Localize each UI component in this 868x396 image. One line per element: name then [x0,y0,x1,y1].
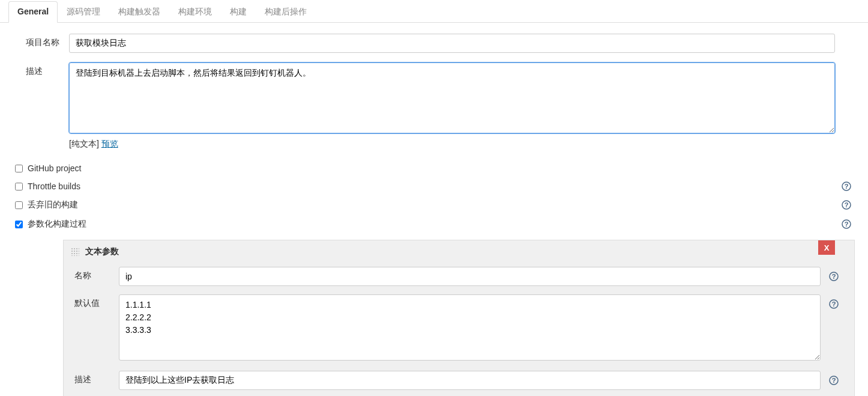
param-desc-input[interactable] [119,371,821,390]
plain-text-label: [纯文本] [69,139,99,148]
throttle-builds-label[interactable]: Throttle builds [28,181,80,191]
throttle-builds-checkbox[interactable] [15,183,23,190]
throttle-builds-row: Throttle builds ? [0,177,868,195]
param-name-row: 名称 ? [74,267,843,286]
project-name-row: 项目名称 [15,34,853,53]
github-project-checkbox[interactable] [15,165,23,172]
project-name-input[interactable] [69,34,835,53]
github-project-label[interactable]: GitHub project [28,163,81,173]
svg-text:?: ? [832,377,836,384]
tab-scm[interactable]: 源码管理 [58,1,109,23]
preview-link[interactable]: 预览 [101,139,118,148]
delete-param-button[interactable]: X [818,240,835,255]
help-icon[interactable]: ? [829,299,839,309]
project-name-label: 项目名称 [15,34,69,48]
discard-old-label[interactable]: 丢弃旧的构建 [28,200,78,210]
tab-env[interactable]: 构建环境 [169,1,221,23]
general-section: 项目名称 描述 登陆到目标机器上去启动脚本，然后将结果返回到钉钉机器人。 [纯文… [0,34,868,150]
discard-old-row: 丢弃旧的构建 ? [0,195,868,215]
param-desc-row: 描述 ? [74,371,843,390]
svg-text:?: ? [845,183,849,190]
svg-text:?: ? [832,273,836,280]
param-title: 文本参数 [85,246,119,257]
tab-build[interactable]: 构建 [221,1,256,23]
github-project-row: GitHub project [0,159,868,177]
param-desc-label: 描述 [74,371,119,385]
tab-triggers[interactable]: 构建触发器 [109,1,169,23]
discard-old-checkbox[interactable] [15,201,23,209]
param-name-input[interactable] [119,267,821,286]
svg-text:?: ? [832,300,836,308]
param-header: 文本参数 [64,240,854,263]
param-default-label: 默认值 [74,294,119,309]
help-icon[interactable]: ? [829,376,839,385]
description-textarea[interactable]: 登陆到目标机器上去启动脚本，然后将结果返回到钉钉机器人。 [69,62,835,133]
tab-general[interactable]: General [8,1,58,23]
param-default-row: 默认值 1.1.1.1 2.2.2.2 3.3.3.3 ? [74,294,843,362]
svg-text:?: ? [845,221,849,228]
description-label: 描述 [15,62,69,77]
help-icon[interactable]: ? [829,272,839,281]
param-name-label: 名称 [74,267,119,281]
svg-text:?: ? [845,201,849,209]
tab-postbuild[interactable]: 构建后操作 [256,1,316,23]
text-param-block: X 文本参数 名称 ? 默认值 1.1.1.1 2.2.2.2 3.3.3.3 … [63,240,855,396]
parameterized-label[interactable]: 参数化构建过程 [28,219,86,230]
help-icon[interactable]: ? [842,181,851,191]
drag-handle-icon[interactable] [71,248,79,256]
description-hint: [纯文本] 预览 [69,139,835,150]
config-tabs: General 源码管理 构建触发器 构建环境 构建 构建后操作 [0,1,868,23]
description-row: 描述 登陆到目标机器上去启动脚本，然后将结果返回到钉钉机器人。 [纯文本] 预览 [15,62,853,150]
parameterized-row: 参数化构建过程 ? [0,215,868,234]
help-icon[interactable]: ? [842,200,851,210]
help-icon[interactable]: ? [842,219,851,229]
parameterized-checkbox[interactable] [15,221,23,228]
param-default-textarea[interactable]: 1.1.1.1 2.2.2.2 3.3.3.3 [119,294,821,361]
